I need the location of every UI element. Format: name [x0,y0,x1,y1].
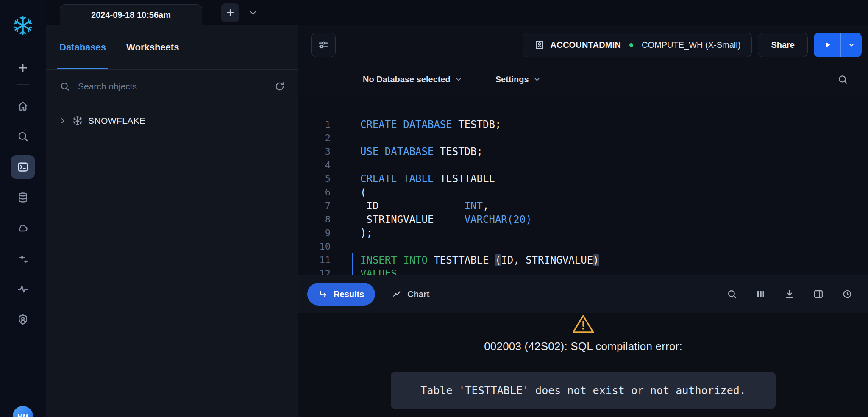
ai-sparkles-icon[interactable] [11,247,35,270]
code-line-10 [352,240,868,253]
error-detail-box: Table 'TESTTABLE' does not exist or not … [391,372,776,409]
data-icon[interactable] [11,186,35,209]
sidebar-tabs: Databases Worksheets [46,25,298,70]
left-nav: MM [0,0,46,417]
code-line-8: STRINGVALUE VARCHAR(20) [352,213,868,226]
error-detail-text: Table 'TESTTABLE' does not exist or not … [420,384,746,397]
split-layout-icon[interactable] [813,289,824,300]
cloud-icon[interactable] [11,216,35,240]
code-line-7: ID INT, [352,199,868,213]
user-avatar[interactable]: MM [13,406,33,417]
run-button[interactable] [814,33,841,57]
download-icon[interactable] [784,289,795,300]
run-button-group [814,33,862,57]
activity-icon[interactable] [11,277,35,301]
error-message: 002003 (42S02): SQL compilation error: [484,340,682,353]
editor-header: No Database selected Settings [298,64,868,94]
worksheet-toolbar: ACCOUNTADMIN COMPUTE_WH (X-Small) Share [298,25,868,64]
editor-code: CREATE DATABASE TESTDB; USE DATABASE TES… [352,94,868,275]
chart-line-icon [392,289,402,299]
chart-tab-label: Chart [407,289,429,299]
search-objects-icon [59,81,70,92]
history-icon[interactable] [842,289,853,300]
share-button[interactable]: Share [758,33,808,57]
toolbar-right-group: ACCOUNTADMIN COMPUTE_WH (X-Small) Share [523,33,862,57]
tree-item-label: SNOWFLAKE [88,116,145,126]
role-label: ACCOUNTADMIN [551,40,621,50]
tab-bar: 2024-09-18 10:56am [46,0,868,25]
sql-editor[interactable]: 123456789101112 CREATE DATABASE TESTDB; … [298,94,868,275]
results-tab[interactable]: Results [307,283,375,306]
settings-dropdown[interactable]: Settings [495,75,541,84]
results-tab-label: Results [334,289,364,299]
worksheets-icon[interactable] [11,155,35,179]
main-area: ACCOUNTADMIN COMPUTE_WH (X-Small) Share … [298,25,868,417]
code-line-3: USE DATABASE TESTDB; [352,145,868,158]
role-badge-icon [534,39,545,50]
run-options-chevron-icon[interactable] [841,33,862,57]
chart-tab[interactable]: Chart [392,289,429,299]
admin-icon[interactable] [11,308,35,331]
play-icon [822,40,832,50]
chevron-down-icon [533,75,541,83]
settings-label: Settings [495,75,529,84]
worksheet-config-icon[interactable] [311,33,336,57]
tree-item-snowflake[interactable]: SNOWFLAKE [46,108,298,133]
tab-worksheets[interactable]: Worksheets [126,25,179,70]
code-line-5: CREATE TABLE TESTTABLE [352,172,868,186]
search-icon[interactable] [11,125,35,148]
new-tab-button[interactable] [221,3,239,22]
code-line-12: VALUES [352,267,868,275]
snowflake-db-icon [72,115,83,126]
worksheet-tab[interactable]: 2024-09-18 10:56am [60,4,202,25]
sidebar: Databases Worksheets SNOWFLAKE [46,25,298,417]
database-selector[interactable]: No Database selected [363,75,462,84]
results-search-icon[interactable] [726,289,737,300]
chevron-down-icon [455,75,462,83]
code-line-4 [352,158,868,172]
warehouse-status-dot [629,43,633,47]
results-header-icons [726,289,853,300]
tab-list-chevron-icon[interactable] [245,4,262,21]
search-objects-input[interactable] [77,81,267,92]
refresh-icon[interactable] [274,81,286,92]
app-window: MM 2024-09-18 10:56am Databases Workshee… [0,0,868,417]
database-selector-label: No Database selected [363,75,451,84]
database-tree: SNOWFLAKE [46,103,298,133]
code-line-11: INSERT INTO TESTTABLE (ID, STRINGVALUE) [352,253,868,267]
home-icon[interactable] [11,94,35,118]
code-line-9: ); [352,226,868,240]
new-plus-icon[interactable] [11,56,35,80]
results-arrow-icon [318,289,328,299]
warning-icon [571,314,595,334]
context-selector[interactable]: ACCOUNTADMIN COMPUTE_WH (X-Small) [523,33,752,57]
worksheet-tab-title: 2024-09-18 10:56am [91,10,171,20]
code-line-1: CREATE DATABASE TESTDB; [352,118,868,131]
warehouse-label: COMPUTE_WH (X-Small) [642,40,740,50]
tab-databases[interactable]: Databases [59,25,106,70]
code-line-2 [352,131,868,145]
object-search-row [46,70,298,103]
chevron-right-icon[interactable] [58,117,67,125]
code-line-6: ( [352,186,868,199]
nav-divider [17,84,29,85]
results-panel: 002003 (42S02): SQL compilation error: T… [298,313,868,417]
snowflake-logo-icon[interactable] [12,14,34,36]
editor-gutter: 123456789101112 [298,94,352,275]
results-header: Results Chart [298,275,868,313]
columns-icon[interactable] [755,289,766,300]
editor-search-icon[interactable] [837,74,849,85]
